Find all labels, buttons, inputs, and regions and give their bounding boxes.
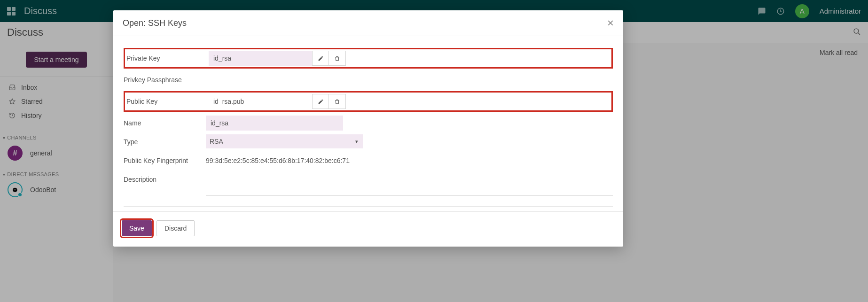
passphrase-label: Privkey Passphrase [124, 72, 206, 84]
delete-private-key-button[interactable] [329, 51, 346, 66]
fingerprint-label: Public Key Fingerprint [124, 153, 206, 164]
public-key-label: Public Key [126, 94, 209, 105]
type-select[interactable]: RSA [206, 134, 363, 148]
name-input[interactable] [206, 116, 343, 131]
save-button[interactable]: Save [122, 220, 152, 236]
edit-public-key-button[interactable] [312, 94, 329, 109]
private-key-filename: id_rsa [209, 51, 312, 66]
delete-public-key-button[interactable] [329, 94, 346, 109]
modal-title: Open: SSH Keys [123, 18, 187, 28]
name-label: Name [124, 116, 206, 127]
ssh-keys-modal: Open: SSH Keys × Private Key id_rsa Priv… [113, 10, 623, 247]
private-key-label: Private Key [126, 51, 209, 62]
edit-private-key-button[interactable] [312, 51, 329, 66]
description-label: Description [124, 172, 206, 183]
fingerprint-value: 99:3d:5e:e2:5c:85:e4:55:d6:8b:17:40:82:b… [206, 153, 613, 164]
type-label: Type [124, 134, 206, 146]
public-key-filename: id_rsa.pub [209, 94, 312, 109]
discard-button[interactable]: Discard [156, 220, 195, 236]
close-button[interactable]: × [607, 17, 614, 29]
description-input[interactable] [206, 172, 363, 194]
